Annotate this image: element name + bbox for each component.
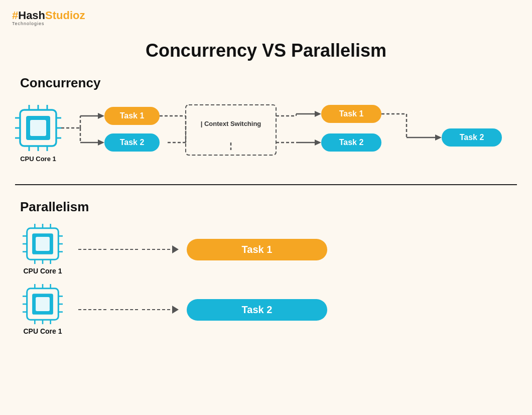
concurrency-diagram: CPU Core 1 Task 1 | Context S — [0, 100, 532, 172]
svg-rect-67 — [36, 297, 50, 311]
page-title: Concurrency VS Parallelism — [0, 40, 532, 61]
para-arrow-1 — [78, 245, 179, 253]
parallelism-row-2: CPU Core 1 Task 2 — [15, 284, 517, 335]
parallelism-label: Parallelism — [20, 199, 532, 215]
parallelism-row-1: CPU Core 1 Task 1 — [15, 224, 517, 275]
svg-marker-47 — [435, 134, 442, 141]
svg-marker-43 — [315, 140, 321, 146]
svg-text:Task 2: Task 2 — [339, 138, 364, 147]
para-cpu-block-1: CPU Core 1 — [15, 224, 70, 275]
svg-text:CPU Core 1: CPU Core 1 — [20, 155, 56, 163]
logo: #HashStudioz Technologies — [12, 9, 85, 26]
para-task2-pill: Task 2 — [187, 299, 327, 321]
para-cpu-block-2: CPU Core 1 — [15, 284, 70, 335]
logo-text: #HashStudioz — [12, 9, 85, 22]
para-cpu-label-1: CPU Core 1 — [23, 267, 62, 275]
para-arrow-2 — [78, 306, 179, 314]
concurrency-section: Concurrency CP — [0, 75, 532, 172]
para-cpu-label-2: CPU Core 1 — [23, 327, 62, 335]
svg-text:| Context Switching: | Context Switching — [201, 120, 261, 127]
logo-hash-symbol: # — [12, 9, 18, 22]
cpu-icon-para-1 — [23, 224, 63, 264]
cpu-icon-para-2 — [23, 284, 63, 324]
svg-text:Task 2: Task 2 — [120, 138, 145, 147]
parallelism-section: Parallelism CPU Core 1 — [0, 199, 532, 335]
svg-text:Task 2: Task 2 — [460, 133, 484, 142]
svg-marker-19 — [98, 113, 104, 119]
svg-marker-26 — [98, 140, 104, 146]
svg-text:Task 1: Task 1 — [339, 109, 364, 118]
section-divider — [15, 184, 517, 185]
svg-marker-36 — [315, 111, 321, 117]
svg-text:Task 1: Task 1 — [120, 111, 145, 120]
para-task1-pill: Task 1 — [187, 239, 327, 260]
concurrency-label: Concurrency — [20, 75, 532, 91]
svg-rect-52 — [36, 237, 50, 251]
svg-rect-2 — [30, 120, 46, 136]
